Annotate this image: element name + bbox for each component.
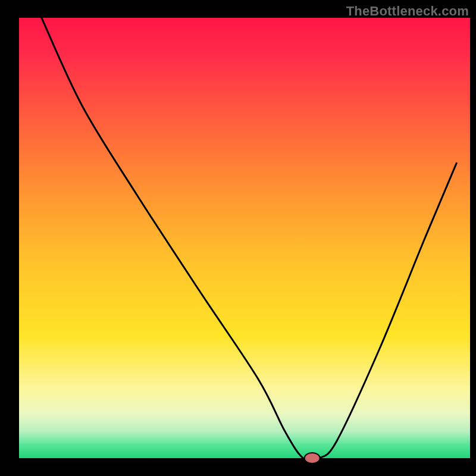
- bottleneck-chart: [0, 0, 476, 476]
- plot-background: [19, 18, 470, 458]
- optimal-point-marker: [305, 453, 320, 464]
- chart-stage: TheBottleneck.com: [0, 0, 476, 476]
- attribution-label: TheBottleneck.com: [346, 4, 469, 19]
